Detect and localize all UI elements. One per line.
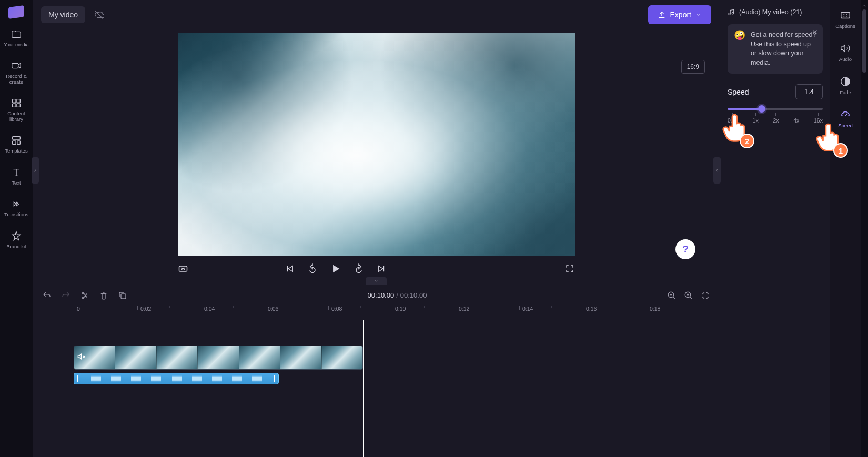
rewind-icon[interactable]	[307, 263, 318, 274]
camera-icon	[11, 60, 22, 72]
app-logo[interactable]	[8, 5, 24, 19]
speed-input[interactable]	[795, 84, 823, 99]
nav-templates[interactable]: Templates	[2, 133, 31, 156]
preview-area: 16:9 ?	[33, 29, 720, 285]
project-name-button[interactable]: My video	[41, 6, 85, 23]
clip-mute-icon[interactable]	[77, 352, 86, 363]
transitions-icon	[11, 198, 22, 210]
timeline-tracks[interactable]	[33, 320, 720, 457]
cloud-off-icon[interactable]	[94, 9, 104, 20]
properties-panel: (Audio) My video (21) 🤪 Got a need for s…	[720, 0, 830, 457]
tab-fade[interactable]: Fade	[832, 74, 859, 97]
svg-rect-5	[13, 137, 21, 140]
export-button[interactable]: Export	[648, 5, 711, 24]
right-tabs: Captions Audio Fade Speed	[830, 0, 861, 457]
time-display: 00:10.00/00:10.00	[368, 291, 427, 299]
tip-text: Got a need for speed? Use this to speed …	[751, 31, 816, 67]
scrollbar-thumb[interactable]	[862, 9, 866, 73]
redo-icon[interactable]	[61, 291, 70, 300]
playhead[interactable]	[363, 320, 364, 457]
nav-label: Your media	[4, 42, 29, 47]
skip-end-icon[interactable]	[377, 264, 386, 273]
expand-left-handle[interactable]	[32, 157, 39, 184]
brandkit-icon	[11, 230, 22, 242]
tab-audio[interactable]: Audio	[832, 40, 859, 64]
help-button[interactable]: ?	[675, 239, 695, 259]
left-sidebar: Your media Record & create Content libra…	[0, 0, 33, 457]
captions-icon	[840, 9, 851, 21]
topbar: My video Export	[33, 0, 720, 29]
nav-brand-kit[interactable]: Brand kit	[2, 228, 31, 251]
slider-thumb[interactable]	[758, 105, 765, 113]
nav-label: Transitions	[4, 212, 28, 217]
templates-icon	[11, 135, 22, 146]
collapse-timeline-handle[interactable]	[366, 277, 387, 285]
zoom-fit-icon[interactable]	[701, 291, 710, 300]
main-area: My video Export 16:9 ?	[33, 0, 720, 457]
video-clip[interactable]	[74, 346, 363, 370]
nav-text[interactable]: Text	[2, 165, 31, 188]
library-icon	[11, 97, 22, 109]
timeline-toolbar: 00:10.00/00:10.00	[33, 285, 720, 306]
skip-start-icon[interactable]	[285, 264, 295, 273]
video-preview[interactable]	[178, 33, 575, 256]
nav-label: Brand kit	[6, 244, 26, 249]
nav-label: Content library	[4, 111, 29, 122]
nav-transitions[interactable]: Transitions	[2, 196, 31, 219]
svg-rect-2	[17, 99, 20, 103]
nav-record-create[interactable]: Record & create	[2, 58, 31, 87]
fullscreen-icon[interactable]	[565, 264, 574, 273]
video-track	[74, 346, 710, 370]
folder-icon	[11, 28, 22, 40]
delete-icon[interactable]	[99, 291, 108, 300]
zoom-in-icon[interactable]	[684, 291, 693, 300]
svg-rect-0	[12, 64, 18, 68]
expand-right-handle[interactable]	[713, 157, 721, 184]
svg-rect-4	[17, 104, 20, 107]
text-icon	[11, 167, 22, 178]
forward-icon[interactable]	[354, 263, 364, 274]
tip-emoji-icon: 🤪	[734, 31, 745, 67]
play-icon[interactable]	[330, 263, 341, 274]
speed-slider[interactable]: 0.1x 1x 2x 4x 16x	[728, 108, 823, 124]
aspect-ratio-badge[interactable]: 16:9	[681, 60, 705, 74]
speedometer-icon	[840, 109, 851, 120]
audio-track	[74, 373, 710, 384]
preview-off-icon[interactable]	[178, 263, 188, 274]
total-time: 00:10.00	[400, 291, 427, 299]
tip-close-button[interactable]	[811, 28, 819, 38]
nav-content-library[interactable]: Content library	[2, 95, 31, 124]
current-time: 00:10.00	[368, 291, 395, 299]
vertical-scrollbar[interactable]	[861, 0, 868, 457]
upload-icon	[658, 11, 666, 19]
fade-icon	[840, 76, 851, 87]
audio-waveform	[82, 375, 271, 382]
nav-label: Text	[12, 180, 21, 186]
slider-fill	[728, 108, 762, 110]
nav-label: Templates	[5, 148, 27, 154]
export-label: Export	[670, 11, 691, 19]
tab-speed[interactable]: Speed	[832, 107, 859, 130]
speaker-icon	[840, 43, 851, 54]
timeline-ruler[interactable]: 0 0:02 0:04 0:06 0:08 0:10 0:12 0:14 0:1…	[74, 306, 710, 320]
svg-rect-12	[841, 13, 850, 18]
svg-rect-6	[13, 141, 16, 144]
split-icon[interactable]	[80, 291, 89, 300]
svg-rect-1	[13, 99, 16, 103]
audio-clip[interactable]	[74, 373, 279, 384]
chevron-down-icon	[695, 12, 702, 18]
nav-label: Record & create	[4, 74, 29, 85]
svg-rect-3	[13, 104, 16, 107]
duplicate-icon[interactable]	[118, 291, 127, 300]
nav-your-media[interactable]: Your media	[2, 26, 31, 49]
undo-icon[interactable]	[42, 291, 52, 300]
speed-label: Speed	[728, 88, 749, 96]
svg-rect-7	[17, 141, 21, 144]
speed-tip-box: 🤪 Got a need for speed? Use this to spee…	[728, 24, 823, 74]
music-note-icon	[728, 8, 735, 16]
tab-captions[interactable]: Captions	[832, 7, 859, 31]
svg-rect-9	[121, 294, 126, 299]
zoom-out-icon[interactable]	[667, 291, 677, 300]
selected-clip-title: (Audio) My video (21)	[728, 8, 823, 16]
